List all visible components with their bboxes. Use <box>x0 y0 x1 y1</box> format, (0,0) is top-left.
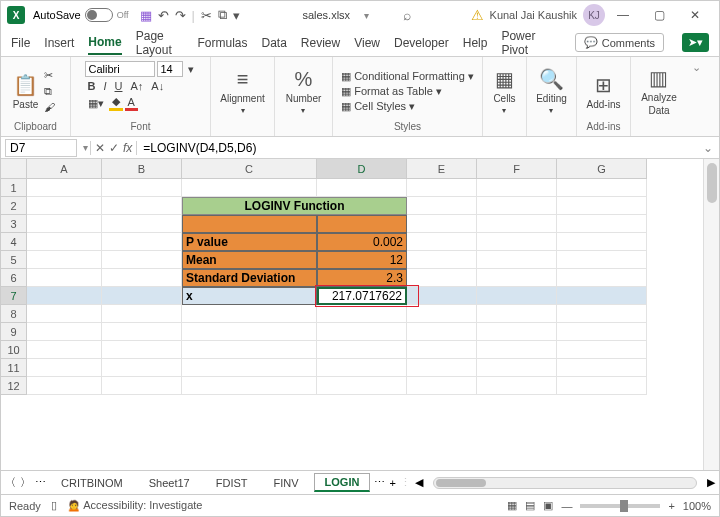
tab-view[interactable]: View <box>354 32 380 54</box>
row-header-8[interactable]: 8 <box>1 305 27 323</box>
row-header-9[interactable]: 9 <box>1 323 27 341</box>
redo-icon[interactable]: ↷ <box>175 8 186 23</box>
font-dropdown-icon[interactable]: ▾ <box>185 63 197 76</box>
font-name-input[interactable] <box>85 61 155 77</box>
tab-review[interactable]: Review <box>301 32 340 54</box>
cut-icon[interactable]: ✂ <box>201 8 212 23</box>
tab-data[interactable]: Data <box>262 32 287 54</box>
cell-styles-button[interactable]: ▦ Cell Styles ▾ <box>341 100 415 113</box>
cell-D6[interactable]: 2.3 <box>317 269 407 287</box>
comments-button[interactable]: 💬 Comments <box>575 33 664 52</box>
tab-home[interactable]: Home <box>88 31 121 55</box>
cell-C6[interactable]: Standard Deviation <box>182 269 317 287</box>
horizontal-scrollbar[interactable] <box>433 477 697 489</box>
row-header-12[interactable]: 12 <box>1 377 27 395</box>
select-all-corner[interactable] <box>1 159 27 179</box>
col-header-B[interactable]: B <box>102 159 182 179</box>
zoom-in-button[interactable]: + <box>668 500 674 512</box>
view-page-layout-icon[interactable]: ▤ <box>525 499 535 512</box>
sheet-tab-login[interactable]: LOGIN <box>314 473 371 492</box>
col-header-G[interactable]: G <box>557 159 647 179</box>
maximize-button[interactable]: ▢ <box>641 8 677 22</box>
close-button[interactable]: ✕ <box>677 8 713 22</box>
cell-D4[interactable]: 0.002 <box>317 233 407 251</box>
row-header-4[interactable]: 4 <box>1 233 27 251</box>
namebox-dropdown-icon[interactable]: ▾ <box>81 142 90 153</box>
row-header-5[interactable]: 5 <box>1 251 27 269</box>
share-button[interactable]: ➤▾ <box>682 33 709 52</box>
cell-C5[interactable]: Mean <box>182 251 317 269</box>
zoom-out-button[interactable]: — <box>561 500 572 512</box>
tab-developer[interactable]: Developer <box>394 32 449 54</box>
minimize-button[interactable]: — <box>605 8 641 22</box>
collapse-ribbon-icon[interactable]: ⌄ <box>692 61 701 74</box>
copy-mini-icon[interactable]: ⧉ <box>41 85 58 98</box>
conditional-formatting-button[interactable]: ▦ Conditional Formatting ▾ <box>341 70 474 83</box>
expand-formula-icon[interactable]: ⌄ <box>697 141 719 155</box>
fx-icon[interactable]: fx <box>123 141 132 155</box>
bold-button[interactable]: B <box>85 80 99 92</box>
avatar[interactable]: KJ <box>583 4 605 26</box>
tab-insert[interactable]: Insert <box>44 32 74 54</box>
italic-button[interactable]: I <box>100 80 109 92</box>
underline-button[interactable]: U <box>112 80 126 92</box>
cut-mini-icon[interactable]: ✂ <box>41 69 58 82</box>
row-header-3[interactable]: 3 <box>1 215 27 233</box>
row-header-7[interactable]: 7 <box>1 287 27 305</box>
cancel-formula-icon[interactable]: ✕ <box>95 141 105 155</box>
editing-button[interactable]: 🔍Editing▾ <box>536 67 567 115</box>
col-header-A[interactable]: A <box>27 159 102 179</box>
autosave-toggle[interactable] <box>85 8 113 22</box>
number-button[interactable]: %Number▾ <box>286 68 322 115</box>
increase-font-icon[interactable]: A↑ <box>127 80 146 92</box>
col-header-E[interactable]: E <box>407 159 477 179</box>
tab-formulas[interactable]: Formulas <box>197 32 247 54</box>
title-cell[interactable]: LOGINV Function <box>182 197 407 215</box>
view-normal-icon[interactable]: ▦ <box>507 499 517 512</box>
tab-page-layout[interactable]: Page Layout <box>136 25 184 61</box>
format-as-table-button[interactable]: ▦ Format as Table ▾ <box>341 85 442 98</box>
sheet-tab-finv[interactable]: FINV <box>263 474 310 492</box>
scroll-right-icon[interactable]: ▶ <box>707 476 715 489</box>
cell-C7[interactable]: x <box>182 287 317 305</box>
sheet-tab-critbinom[interactable]: CRITBINOM <box>50 474 134 492</box>
tab-file[interactable]: File <box>11 32 30 54</box>
alignment-button[interactable]: ≡Alignment▾ <box>220 68 264 115</box>
col-header-D[interactable]: D <box>317 159 407 179</box>
vertical-scrollbar[interactable] <box>703 159 719 470</box>
tab-help[interactable]: Help <box>463 32 488 54</box>
row-header-11[interactable]: 11 <box>1 359 27 377</box>
accessibility-status[interactable]: 🙍 Accessibility: Investigate <box>67 499 203 512</box>
cell-C4[interactable]: P value <box>182 233 317 251</box>
sheet-more-icon[interactable]: ⋯ <box>374 476 385 489</box>
addins-button[interactable]: ⊞Add-ins <box>587 73 621 110</box>
zoom-slider[interactable] <box>580 504 660 508</box>
paste-button[interactable]: 📋 Paste <box>13 73 39 110</box>
file-name[interactable]: sales.xlsx <box>302 9 350 21</box>
save-icon[interactable]: ▦ <box>140 8 152 23</box>
sheet-tab-sheet17[interactable]: Sheet17 <box>138 474 201 492</box>
border-button[interactable]: ▦▾ <box>85 97 107 110</box>
sheet-nav-next-icon[interactable]: 〉 <box>20 475 31 490</box>
enter-formula-icon[interactable]: ✓ <box>109 141 119 155</box>
cell-D7-selected[interactable]: 217.0717622 <box>317 287 407 305</box>
formula-input[interactable]: =LOGINV(D4,D5,D6) <box>137 140 697 156</box>
copy-icon[interactable]: ⧉ <box>218 7 227 23</box>
filename-dropdown-icon[interactable]: ▾ <box>364 10 369 21</box>
spreadsheet-grid[interactable]: LOGINV Function P value0.002 Mean12 Stan… <box>27 179 647 470</box>
undo-icon[interactable]: ↶ <box>158 8 169 23</box>
col-header-F[interactable]: F <box>477 159 557 179</box>
cell-D5[interactable]: 12 <box>317 251 407 269</box>
decrease-font-icon[interactable]: A↓ <box>148 80 167 92</box>
name-box[interactable] <box>5 139 77 157</box>
sheet-nav-prev-icon[interactable]: 〈 <box>5 475 16 490</box>
fill-color-button[interactable]: ◆ <box>109 95 123 111</box>
font-size-input[interactable] <box>157 61 183 77</box>
view-page-break-icon[interactable]: ▣ <box>543 499 553 512</box>
sheet-nav-more-icon[interactable]: ⋯ <box>35 476 46 489</box>
row-header-2[interactable]: 2 <box>1 197 27 215</box>
qat-dropdown-icon[interactable]: ▾ <box>233 8 240 23</box>
zoom-level[interactable]: 100% <box>683 500 711 512</box>
scroll-left-icon[interactable]: ◀ <box>415 476 423 489</box>
macro-icon[interactable]: ▯ <box>51 499 57 512</box>
